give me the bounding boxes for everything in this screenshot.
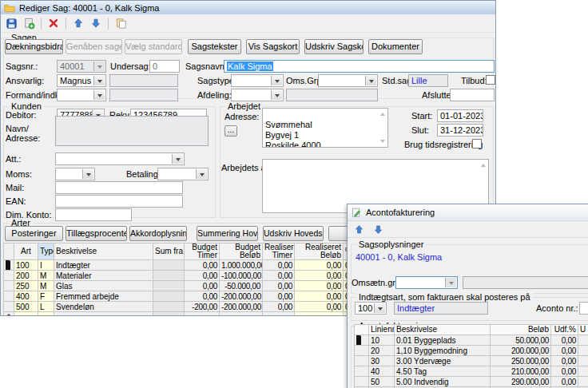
scroll-up-icon[interactable]	[378, 110, 387, 116]
indtaegtsart-combo[interactable]: 100	[355, 302, 387, 315]
ean-field[interactable]	[55, 195, 183, 208]
cell-linienr[interactable]: 10	[369, 335, 395, 346]
cell-budget-timer[interactable]: 0,00	[185, 291, 220, 302]
cell-beskrivelse[interactable]: Indtægter	[54, 260, 153, 271]
sagstekster-button[interactable]: Sagstekster	[188, 39, 241, 54]
chevron-down-icon[interactable]	[271, 76, 282, 85]
sagstype-combo[interactable]	[231, 74, 284, 87]
chevron-down-icon[interactable]	[93, 90, 105, 100]
col-header-art[interactable]: Art	[14, 243, 38, 260]
cell-extra[interactable]	[578, 356, 588, 366]
table-row[interactable]: 50 5.00 Indvendig 290.000,00 0,00	[355, 377, 588, 387]
cell-realiseret-belob[interactable]: 0,00	[295, 260, 344, 271]
cell-realiseret-timer[interactable]: 0,00	[263, 281, 295, 291]
cell-beskrivelse[interactable]: 1,10 Byggemodning	[395, 346, 491, 356]
cell-linienr[interactable]: 50	[369, 377, 395, 387]
col-header-type[interactable]: Type	[38, 243, 54, 260]
tilbud-checkbox[interactable]	[486, 75, 495, 85]
col-header-extra[interactable]: U	[578, 325, 588, 335]
cell-sum-fra[interactable]	[153, 291, 185, 302]
cell-extra[interactable]	[578, 346, 588, 356]
cell-budget-belob[interactable]: -50.000,00	[220, 281, 263, 291]
omsaetn-grp-combo[interactable]	[395, 276, 458, 289]
scroll-up-icon[interactable]	[479, 161, 487, 167]
cell-beskrivelse[interactable]: Materialer	[54, 271, 153, 281]
dokumenter-button[interactable]: Dokumenter	[368, 39, 423, 54]
cell-beskrivelse[interactable]: 3.00 Ydervæge	[395, 356, 491, 366]
cell-beskrivelse[interactable]: 4.50 Tag	[395, 366, 491, 377]
grid-corner-cell[interactable]	[4, 243, 14, 260]
chevron-down-icon[interactable]	[82, 169, 93, 179]
afdeling-combo[interactable]	[231, 89, 284, 101]
cell-realiseret-timer[interactable]: 0,00	[263, 260, 295, 271]
cell-budget-timer[interactable]: -200,00	[185, 302, 220, 312]
col-header-budget-belob[interactable]: Budget Beløb	[220, 243, 263, 260]
betaling-combo[interactable]	[157, 168, 209, 180]
table-row[interactable]: 10 0.01 Byggeplads 50.000,00 0,00	[355, 335, 588, 346]
cell-budget-belob[interactable]: 1.000.000,00	[220, 260, 263, 271]
cell-type[interactable]: M	[38, 281, 54, 291]
new-row[interactable]: *	[4, 312, 361, 317]
cell-belob[interactable]: 50.000,00	[491, 335, 551, 346]
delete-icon[interactable]	[46, 16, 62, 30]
row-selector[interactable]	[355, 366, 369, 377]
col-header-realiseret-timer[interactable]: Realiseret Timer	[263, 243, 295, 260]
cell-art[interactable]: 250	[14, 281, 38, 291]
save-icon[interactable]	[3, 16, 19, 30]
move-up-icon[interactable]	[351, 222, 367, 236]
summering-hovedsag-button[interactable]: Summering Hovedsag	[197, 226, 258, 241]
cell-beskrivelse[interactable]: 5.00 Indvendig	[395, 377, 491, 387]
chevron-down-icon[interactable]	[172, 154, 183, 164]
daekningsbidrag-button[interactable]: Dækningsbidrag	[5, 39, 63, 54]
tillaegsprocenter-button[interactable]: Tillægsprocenter	[66, 226, 127, 241]
cell-realiseret-belob[interactable]: 0,00	[295, 281, 344, 291]
aconto-nr-field[interactable]	[579, 302, 588, 315]
cell-linienr[interactable]: 40	[369, 366, 395, 377]
chevron-down-icon[interactable]	[445, 278, 456, 287]
cell-extra[interactable]	[578, 377, 588, 387]
col-header-beskrivelse[interactable]: Beskrivelse	[395, 325, 491, 335]
cell-udf-pct[interactable]: 0,00	[551, 356, 578, 366]
table-row[interactable]: 500 L Svendeløn -200,00 -200.000,00 0,00…	[4, 302, 361, 312]
brug-tidsregistrering-checkbox[interactable]	[472, 139, 482, 148]
move-down-icon[interactable]	[370, 222, 386, 236]
table-row[interactable]: 40 4.50 Tag 210.000,00 0,00	[355, 366, 588, 377]
cell-budget-belob[interactable]: -200.000,00	[220, 291, 263, 302]
dim-konto-field[interactable]	[55, 208, 132, 221]
slut-date-field[interactable]: 31-12-2023	[437, 124, 483, 137]
scroll-down-icon[interactable]	[378, 140, 387, 145]
cell-type[interactable]: L	[38, 302, 54, 312]
table-row[interactable]: 400 F Fremmed arbejde 0,00 -200.000,00 0…	[4, 291, 361, 302]
cell-belob[interactable]: 210.000,00	[491, 366, 551, 377]
table-row[interactable]: 200 M Materialer 0,00 -100.000,00 0,00 0…	[4, 271, 361, 281]
omsgrp-combo[interactable]	[318, 74, 378, 87]
table-row[interactable]: 100 I Indtægter 0,00 1.000.000,00 0,00 0…	[4, 260, 361, 271]
adresse-browse-button[interactable]: ...	[224, 125, 237, 137]
ansvarlig-combo[interactable]: Magnus	[57, 74, 106, 87]
col-header-udf-pct[interactable]: Udf.%	[551, 325, 578, 335]
chevron-down-icon[interactable]	[196, 169, 207, 179]
start-date-field[interactable]: 01-01-2023	[437, 109, 483, 122]
udskriv-hovedsag-button[interactable]: Udskriv Hovedsag	[263, 226, 324, 241]
cell-realiseret-timer[interactable]: 0,00	[263, 302, 295, 312]
row-selector[interactable]	[355, 377, 369, 387]
cell-budget-timer[interactable]: 0,00	[185, 281, 220, 291]
cell-sum-fra[interactable]	[153, 281, 185, 291]
cell-beskrivelse[interactable]: Fremmed arbejde	[54, 291, 153, 302]
cell-udf-pct[interactable]: 0,00	[551, 366, 578, 377]
vis-sagskort-button[interactable]: Vis Sagskort	[246, 39, 300, 54]
cell-linienr[interactable]: 20	[369, 346, 395, 356]
cell-art[interactable]: 200	[14, 271, 38, 281]
cell-art[interactable]: 400	[14, 291, 38, 302]
cell-sum-fra[interactable]	[153, 260, 185, 271]
att-combo[interactable]	[55, 152, 185, 165]
cell-budget-timer[interactable]: 0,00	[185, 271, 220, 281]
row-selector[interactable]	[4, 271, 14, 281]
cell-art[interactable]: 100	[14, 260, 38, 271]
grid-corner-cell[interactable]	[355, 325, 369, 335]
akkordoplysninger-button[interactable]: Akkordoplysninger	[129, 226, 187, 241]
row-selector[interactable]	[4, 281, 14, 291]
cell-extra[interactable]	[578, 366, 588, 377]
cell-sum-fra[interactable]	[153, 271, 185, 281]
row-selector[interactable]	[355, 346, 369, 356]
